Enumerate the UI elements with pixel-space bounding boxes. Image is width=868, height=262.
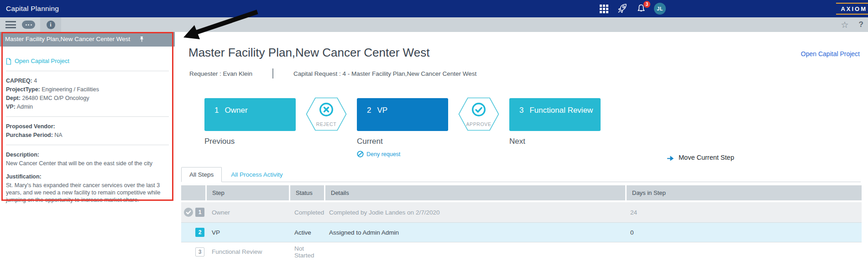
cell-status: Completed bbox=[289, 209, 324, 216]
requester-label: Requester : Evan Klein bbox=[189, 70, 252, 77]
cell-status: Not Started bbox=[289, 245, 324, 259]
divider bbox=[6, 116, 169, 117]
table-row-functional-review[interactable]: 3 Functional Review Not Started bbox=[181, 242, 862, 261]
app-launcher-icon[interactable] bbox=[598, 3, 610, 15]
table-header-row: Step Status Details Days in Step bbox=[181, 185, 862, 200]
cell-days: 0 bbox=[625, 229, 862, 236]
reject-label: REJECT bbox=[306, 121, 347, 127]
info-icon: i bbox=[47, 21, 55, 29]
reject-button[interactable]: REJECT bbox=[306, 97, 347, 131]
description-text: New Cancer Center that will be on the ea… bbox=[6, 160, 169, 167]
vertical-divider bbox=[272, 68, 273, 79]
pin-icon[interactable] bbox=[139, 36, 145, 44]
main-content: Master Facility Plan,New Cancer Center W… bbox=[175, 32, 868, 262]
cell-step: Functional Review bbox=[206, 248, 289, 255]
table-row-owner[interactable]: 1 Owner Completed Completed by Jodie Lan… bbox=[181, 202, 862, 223]
top-navbar: Capital Planning 3 JL AXIOM bbox=[0, 0, 868, 17]
column-header-days: Days in Step bbox=[627, 185, 862, 200]
steps-tabbar: All Steps All Process Activity bbox=[181, 166, 861, 182]
user-avatar[interactable]: JL bbox=[654, 3, 666, 15]
notification-badge: 3 bbox=[643, 1, 650, 8]
step-number-badge: 1 bbox=[195, 208, 204, 217]
info-panel-tab[interactable]: i bbox=[40, 17, 61, 32]
next-step-label: Next bbox=[509, 137, 525, 146]
capital-request-label: Capital Request : 4 - Master Facility Pl… bbox=[293, 70, 476, 77]
secondary-toolbar: i ☆ ? bbox=[0, 17, 868, 32]
info-sidebar: Master Facility Plan,New Cancer Center W… bbox=[0, 32, 175, 262]
favorite-star-icon[interactable]: ☆ bbox=[841, 21, 849, 29]
sidebar-open-capital-project-link[interactable]: Open Capital Project bbox=[6, 58, 169, 65]
workflow-step-vp: 2VP bbox=[357, 98, 448, 131]
move-arrow-icon bbox=[666, 153, 675, 162]
request-meta-row: Requester : Evan Klein Capital Request :… bbox=[189, 68, 476, 79]
steps-table: Step Status Details Days in Step 1 Owner… bbox=[181, 185, 862, 261]
approve-button[interactable]: APPROVE bbox=[458, 97, 499, 131]
cell-status: Active bbox=[289, 229, 324, 236]
workflow-step-functional-review: 3Functional Review bbox=[509, 98, 601, 131]
tab-all-steps[interactable]: All Steps bbox=[181, 167, 222, 182]
column-header-details: Details bbox=[325, 185, 625, 200]
cell-details: Assigned to Admin Admin bbox=[324, 229, 625, 236]
divider bbox=[6, 71, 169, 71]
justification-text: St. Mary's has expanded their cancer ser… bbox=[6, 182, 169, 204]
axiom-logo: AXIOM bbox=[836, 3, 868, 15]
notifications-bell-icon[interactable]: 3 bbox=[635, 3, 647, 15]
document-icon bbox=[6, 58, 11, 65]
sidebar-vendor-fields: Proposed Vendor: Purchase Period: NA bbox=[6, 123, 169, 139]
whats-new-rocket-icon[interactable] bbox=[617, 3, 628, 15]
grid-icon bbox=[600, 5, 608, 13]
completed-check-icon bbox=[183, 207, 193, 217]
approve-label: APPROVE bbox=[458, 121, 499, 127]
deny-slash-circle-icon bbox=[357, 151, 364, 157]
column-header-status: Status bbox=[290, 185, 324, 200]
sidebar-header: Master Facility Plan,New Cancer Center W… bbox=[0, 32, 175, 47]
menu-hamburger-icon[interactable] bbox=[5, 21, 16, 28]
workflow-step-owner: 1Owner bbox=[204, 98, 296, 131]
step-number-badge: 3 bbox=[195, 247, 204, 257]
app-title: Capital Planning bbox=[6, 0, 59, 17]
column-header-step: Step bbox=[207, 185, 289, 200]
cell-details: Completed by Jodie Landes on 2/7/2020 bbox=[324, 209, 625, 216]
reject-x-circle-icon bbox=[318, 101, 335, 118]
move-current-step-link[interactable]: Move Current Step bbox=[666, 153, 734, 162]
deny-request-link[interactable]: Deny request bbox=[357, 151, 400, 157]
description-label: Description: bbox=[6, 152, 39, 158]
approve-check-circle-icon bbox=[471, 101, 487, 118]
workflow-steps: 1Owner REJECT 2VP APPROVE bbox=[188, 97, 700, 170]
cell-step: VP bbox=[206, 229, 289, 236]
step-number-badge: 2 bbox=[195, 228, 204, 237]
help-icon[interactable]: ? bbox=[859, 20, 863, 29]
justification-label: Justification: bbox=[6, 173, 42, 180]
comments-bubble-icon[interactable] bbox=[22, 21, 35, 29]
previous-step-label: Previous bbox=[204, 137, 235, 146]
column-header-icon bbox=[181, 185, 205, 200]
cell-days: 24 bbox=[625, 209, 862, 216]
sidebar-fields: CAPREQ: 4 ProjectType: Engineering / Fac… bbox=[6, 77, 169, 110]
divider bbox=[6, 145, 169, 145]
open-capital-project-link[interactable]: Open Capital Project bbox=[801, 50, 860, 58]
page-title: Master Facility Plan,New Cancer Center W… bbox=[188, 46, 429, 60]
table-row-vp[interactable]: 2 VP Active Assigned to Admin Admin 0 bbox=[181, 223, 862, 242]
tab-all-process-activity[interactable]: All Process Activity bbox=[222, 168, 292, 182]
current-step-label: Current bbox=[357, 137, 383, 146]
cell-step: Owner bbox=[206, 209, 289, 216]
